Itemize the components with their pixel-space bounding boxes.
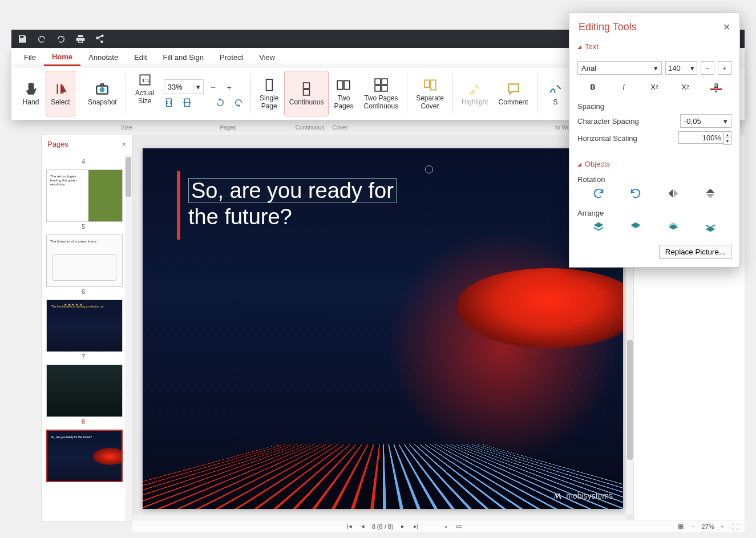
subscript-button[interactable]: X2 [639, 78, 670, 95]
rotate-ccw-icon[interactable] [629, 187, 642, 200]
zoom-combo[interactable]: ▾ [164, 79, 204, 94]
font-color-button[interactable]: a▾ [701, 78, 731, 95]
fullscreen-icon[interactable]: ⛶ [730, 523, 740, 530]
flip-horizontal-icon[interactable] [667, 187, 680, 200]
font-size-select[interactable]: 140▾ [665, 61, 697, 75]
save-icon[interactable] [17, 34, 27, 44]
continuous-button[interactable]: Continuous [284, 71, 329, 116]
objects-section-header[interactable]: ◢ Objects [569, 156, 739, 172]
pages-scrollbar[interactable] [125, 155, 132, 521]
svg-rect-11 [375, 79, 381, 84]
document-viewport[interactable]: So, are you ready for the future? mobisy… [132, 135, 633, 522]
first-page-icon[interactable]: |◂ [345, 523, 354, 530]
share-icon[interactable] [95, 34, 105, 44]
separate-cover-button[interactable]: Separate Cover [411, 71, 449, 116]
group-cover: Cover [330, 124, 350, 131]
replace-picture-button[interactable]: Replace Picture... [659, 245, 731, 259]
page-thumb-7[interactable] [46, 365, 123, 417]
accent-bar [177, 171, 180, 240]
font-size-decrease-button[interactable]: − [701, 61, 714, 75]
highlight-button[interactable]: Highlight [456, 71, 494, 116]
bring-to-front-icon[interactable] [592, 221, 605, 233]
tab-protect[interactable]: Protect [212, 50, 251, 65]
pages-panel-close-icon[interactable]: × [122, 140, 126, 148]
rotate-right-icon[interactable] [233, 98, 244, 108]
page-thumb-5[interactable]: The blueprint of a green future [46, 234, 123, 287]
actual-size-button[interactable]: 1:1 Actual Size [132, 72, 158, 106]
italic-button[interactable]: I [608, 78, 639, 95]
page-thumb-4[interactable]: The technologies leading the green revol… [46, 169, 123, 222]
zoom-in-button[interactable]: + [223, 82, 236, 92]
pages-panel-title: Pages [47, 140, 68, 148]
hand-button[interactable]: Hand [16, 71, 46, 116]
panel-close-icon[interactable]: ✕ [723, 22, 730, 33]
text-section-header[interactable]: ◢ Text [569, 39, 739, 54]
print-icon[interactable] [75, 34, 86, 44]
flip-vertical-icon[interactable] [704, 187, 717, 200]
superscript-button[interactable]: X2 [670, 78, 701, 95]
rotate-handle-icon[interactable] [425, 165, 433, 173]
two-pages-button[interactable]: Two Pages [329, 71, 358, 116]
svg-text:1:1: 1:1 [142, 77, 149, 83]
character-spacing-value: -0,05 [684, 117, 701, 126]
zoom-in-status-icon[interactable]: + [719, 523, 726, 530]
ribbon-group-labels: Size Pages Continuous Cover to Word to E… [40, 122, 633, 133]
undo-icon[interactable] [37, 34, 47, 44]
character-spacing-select[interactable]: -0,05▾ [680, 114, 731, 128]
zoom-status[interactable]: 27% [702, 523, 714, 530]
svg-rect-13 [375, 86, 381, 91]
page-thumb-6[interactable]: The five benefits of owning an electric … [46, 300, 123, 352]
bring-forward-icon[interactable] [629, 221, 642, 233]
svg-rect-9 [338, 80, 343, 89]
page-thumb-8[interactable]: So, are you ready for the future? [46, 430, 123, 482]
headline-text[interactable]: So, are you ready for the future? [188, 178, 397, 230]
send-backward-icon[interactable] [667, 221, 680, 233]
send-to-back-icon[interactable] [704, 221, 717, 233]
zoom-out-status-icon[interactable]: − [690, 523, 697, 530]
bold-button[interactable]: B [577, 78, 608, 95]
font-family-select[interactable]: Arial▾ [577, 61, 662, 75]
tab-home[interactable]: Home [44, 49, 80, 66]
sign-button[interactable]: S [541, 71, 571, 116]
tab-view[interactable]: View [251, 50, 283, 65]
prev-page-icon[interactable]: ◂ [359, 523, 366, 530]
brand-watermark: mobisystems [552, 491, 613, 501]
status-bar: |◂ ◂ 8 (8 / 8) ▸ ▸| ▫ ▭ ▦ − 27% + ⛶ [132, 520, 745, 532]
two-pages-label: Two Pages [334, 94, 353, 110]
two-pages-continuous-button[interactable]: Two Pages Continuous [358, 71, 403, 116]
selected-text-line1[interactable]: So, are you ready for [188, 178, 397, 203]
fit-width-icon[interactable] [182, 98, 192, 108]
horizontal-scaling-spinner[interactable]: ▲▼ [723, 131, 731, 145]
view-mode-icon[interactable]: ▦ [676, 523, 685, 530]
zoom-input[interactable] [164, 83, 193, 91]
redo-icon[interactable] [56, 34, 66, 44]
font-family-value: Arial [581, 64, 596, 72]
fit-page-status-icon[interactable]: ▫ [443, 523, 448, 530]
highlight-label: Highlight [462, 98, 488, 106]
rotate-left-icon[interactable] [215, 98, 225, 108]
svg-rect-7 [304, 83, 310, 88]
character-spacing-label: Character Spacing [577, 117, 639, 126]
spacing-label: Spacing [577, 102, 731, 111]
tab-edit[interactable]: Edit [126, 50, 155, 65]
actual-size-group: 1:1 Actual Size [130, 71, 160, 116]
page-indicator[interactable]: 8 (8 / 8) [372, 523, 394, 530]
zoom-out-button[interactable]: − [207, 82, 220, 92]
tab-annotate[interactable]: Annotate [80, 50, 126, 65]
editing-tools-panel: Editing Tools ✕ ◢ Text Arial▾ 140▾ − + B… [569, 13, 740, 268]
single-page-button[interactable]: Single Page [254, 71, 284, 116]
horizontal-scaling-input[interactable]: 100% [678, 131, 724, 144]
tab-fill-and-sign[interactable]: Fill and Sign [155, 50, 212, 65]
single-page-label: Single Page [260, 94, 278, 110]
comment-button[interactable]: Comment [494, 71, 533, 116]
zoom-dropdown-icon[interactable]: ▾ [193, 83, 203, 91]
fit-width-status-icon[interactable]: ▭ [454, 523, 463, 530]
next-page-icon[interactable]: ▸ [399, 523, 406, 530]
select-button[interactable]: Select [46, 71, 75, 116]
tab-file[interactable]: File [16, 50, 44, 65]
rotate-cw-icon[interactable] [592, 187, 605, 200]
last-page-icon[interactable]: ▸| [412, 523, 421, 530]
font-size-increase-button[interactable]: + [718, 61, 731, 75]
fit-page-icon[interactable] [164, 98, 174, 108]
snapshot-button[interactable]: Snapshot [83, 71, 122, 116]
